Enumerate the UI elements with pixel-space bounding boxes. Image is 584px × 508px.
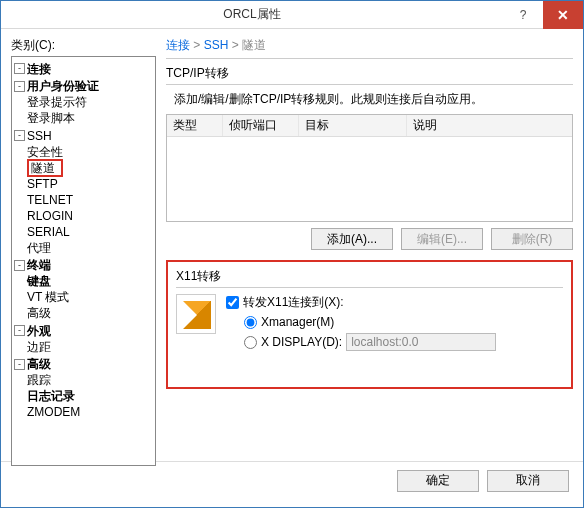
collapse-icon[interactable]: - bbox=[14, 260, 25, 271]
collapse-icon[interactable]: - bbox=[14, 130, 25, 141]
collapse-icon[interactable]: - bbox=[14, 359, 25, 370]
tree-advanced[interactable]: 高级 bbox=[27, 356, 51, 372]
tree-security[interactable]: 安全性 bbox=[27, 145, 63, 159]
category-label: 类别(C): bbox=[11, 37, 156, 54]
breadcrumb: 连接 > SSH > 隧道 bbox=[166, 37, 573, 54]
tree-appearance[interactable]: 外观 bbox=[27, 323, 51, 339]
col-desc[interactable]: 说明 bbox=[407, 115, 572, 136]
forward-x11-label: 转发X11连接到(X): bbox=[243, 294, 344, 311]
cancel-button[interactable]: 取消 bbox=[487, 470, 569, 492]
xmanager-icon bbox=[176, 294, 216, 334]
tree-log[interactable]: 日志记录 bbox=[27, 389, 75, 403]
tree-script[interactable]: 登录脚本 bbox=[27, 111, 75, 125]
edit-button: 编辑(E)... bbox=[401, 228, 483, 250]
help-button[interactable]: ? bbox=[503, 1, 543, 29]
tcp-label: TCP/IP转移 bbox=[166, 65, 573, 82]
window-title: ORCL属性 bbox=[1, 6, 503, 23]
tcp-desc: 添加/编辑/删除TCP/IP转移规则。此规则连接后自动应用。 bbox=[174, 91, 573, 108]
collapse-icon[interactable]: - bbox=[14, 81, 25, 92]
table-header: 类型 侦听端口 目标 说明 bbox=[167, 115, 572, 137]
col-target[interactable]: 目标 bbox=[299, 115, 407, 136]
tree-margins[interactable]: 边距 bbox=[27, 340, 51, 354]
tree-serial[interactable]: SERIAL bbox=[27, 225, 70, 239]
add-button[interactable]: 添加(A)... bbox=[311, 228, 393, 250]
tree-auth[interactable]: 用户身份验证 bbox=[27, 78, 99, 94]
tree-proxy[interactable]: 代理 bbox=[27, 241, 51, 255]
tree-sftp[interactable]: SFTP bbox=[27, 177, 58, 191]
col-type[interactable]: 类型 bbox=[167, 115, 223, 136]
tree-vt[interactable]: VT 模式 bbox=[27, 290, 69, 304]
collapse-icon[interactable]: - bbox=[14, 325, 25, 336]
tree-trace[interactable]: 跟踪 bbox=[27, 373, 51, 387]
xdisplay-input bbox=[346, 333, 496, 351]
tree-advanced-terminal[interactable]: 高级 bbox=[27, 306, 51, 320]
category-tree[interactable]: -连接 -用户身份验证 登录提示符 登录脚本 -SSH 安全性 隧道 SFTP … bbox=[11, 56, 156, 466]
breadcrumb-conn[interactable]: 连接 bbox=[166, 38, 190, 52]
tree-ssh[interactable]: SSH bbox=[27, 128, 52, 144]
breadcrumb-current: 隧道 bbox=[242, 38, 266, 52]
tree-keyboard[interactable]: 键盘 bbox=[27, 274, 51, 288]
x11-label: X11转移 bbox=[176, 268, 563, 285]
tree-connection[interactable]: 连接 bbox=[27, 61, 51, 77]
delete-button: 删除(R) bbox=[491, 228, 573, 250]
tree-rlogin[interactable]: RLOGIN bbox=[27, 209, 73, 223]
x11-group: X11转移 转发X11连接到(X): Xmanager(M) X DISPLAY… bbox=[166, 260, 573, 389]
xdisplay-label: X DISPLAY(D): bbox=[261, 335, 342, 349]
xmanager-label: Xmanager(M) bbox=[261, 315, 334, 329]
tree-zmodem[interactable]: ZMODEM bbox=[27, 405, 80, 419]
xmanager-radio[interactable] bbox=[244, 316, 257, 329]
col-port[interactable]: 侦听端口 bbox=[223, 115, 299, 136]
tree-terminal[interactable]: 终端 bbox=[27, 257, 51, 273]
close-button[interactable]: ✕ bbox=[543, 1, 583, 29]
forward-x11-checkbox[interactable] bbox=[226, 296, 239, 309]
tcp-rules-table[interactable]: 类型 侦听端口 目标 说明 bbox=[166, 114, 573, 222]
collapse-icon[interactable]: - bbox=[14, 63, 25, 74]
xdisplay-radio[interactable] bbox=[244, 336, 257, 349]
titlebar: ORCL属性 ? ✕ bbox=[1, 1, 583, 29]
tree-tunnel-selected[interactable]: 隧道 bbox=[27, 159, 63, 177]
footer: 确定 取消 bbox=[1, 461, 583, 499]
breadcrumb-ssh[interactable]: SSH bbox=[204, 38, 229, 52]
ok-button[interactable]: 确定 bbox=[397, 470, 479, 492]
tree-telnet[interactable]: TELNET bbox=[27, 193, 73, 207]
tree-prompt[interactable]: 登录提示符 bbox=[27, 95, 87, 109]
